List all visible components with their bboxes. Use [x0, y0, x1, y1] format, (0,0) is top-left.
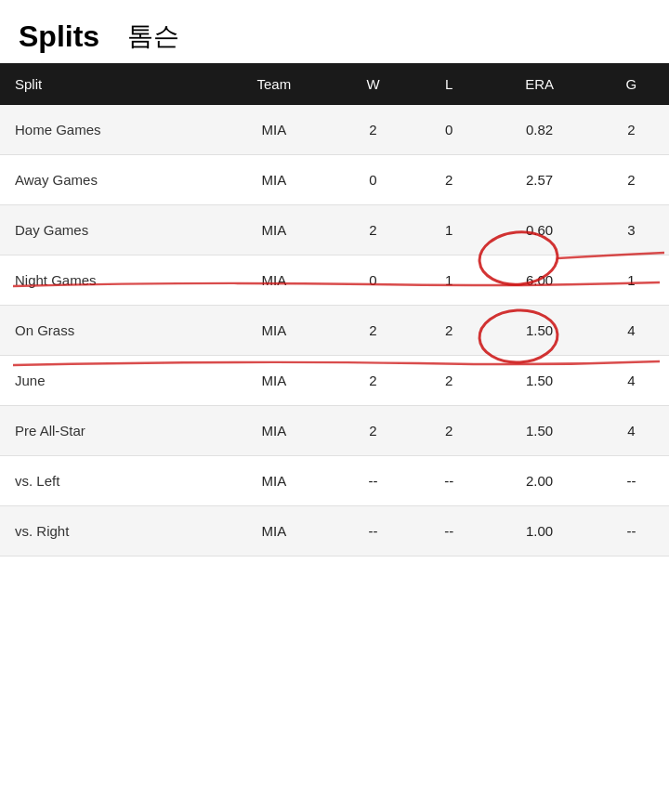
player-name: 톰슨	[127, 19, 179, 54]
cell-team: MIA	[215, 506, 333, 557]
col-g: G	[594, 63, 669, 105]
cell-g: --	[594, 456, 669, 506]
cell-w: 2	[334, 406, 413, 456]
cell-g: 3	[594, 205, 669, 255]
page-wrapper: Splits 톰슨 Split Team W L ERA G Home Game…	[0, 0, 669, 812]
col-l: L	[413, 63, 485, 105]
cell-l: --	[413, 506, 485, 557]
cell-w: 0	[334, 255, 413, 306]
cell-team: MIA	[215, 406, 333, 456]
header: Splits 톰슨	[0, 0, 669, 63]
cell-split: June	[0, 356, 215, 406]
cell-l: --	[413, 456, 485, 506]
cell-l: 1	[413, 255, 485, 306]
cell-era: 2.57	[485, 155, 594, 205]
splits-table-container: Split Team W L ERA G Home GamesMIA200.82…	[0, 63, 669, 557]
cell-split: Away Games	[0, 155, 215, 205]
table-row: Home GamesMIA200.822	[0, 105, 669, 155]
cell-w: --	[334, 456, 413, 506]
cell-team: MIA	[215, 456, 333, 506]
cell-l: 2	[413, 155, 485, 205]
cell-team: MIA	[215, 155, 333, 205]
cell-era: 0.82	[485, 105, 594, 155]
cell-g: --	[594, 506, 669, 557]
cell-split: vs. Left	[0, 456, 215, 506]
cell-l: 1	[413, 205, 485, 255]
splits-table: Split Team W L ERA G Home GamesMIA200.82…	[0, 63, 669, 557]
cell-l: 2	[413, 306, 485, 356]
table-row: JuneMIA221.504	[0, 356, 669, 406]
cell-g: 2	[594, 155, 669, 205]
col-team: Team	[215, 63, 333, 105]
cell-era: 2.00	[485, 456, 594, 506]
col-w: W	[334, 63, 413, 105]
cell-split: On Grass	[0, 306, 215, 356]
table-row: Away GamesMIA022.572	[0, 155, 669, 205]
cell-l: 2	[413, 406, 485, 456]
cell-era: 1.50	[485, 356, 594, 406]
cell-team: MIA	[215, 306, 333, 356]
cell-split: Pre All-Star	[0, 406, 215, 456]
cell-era: 6.00	[485, 255, 594, 306]
cell-split: Day Games	[0, 205, 215, 255]
table-header-row: Split Team W L ERA G	[0, 63, 669, 105]
cell-w: 2	[334, 356, 413, 406]
cell-split: vs. Right	[0, 506, 215, 557]
table-row: Pre All-StarMIA221.504	[0, 406, 669, 456]
page-title: Splits	[19, 20, 99, 54]
cell-team: MIA	[215, 356, 333, 406]
cell-l: 2	[413, 356, 485, 406]
cell-team: MIA	[215, 105, 333, 155]
cell-team: MIA	[215, 205, 333, 255]
cell-g: 1	[594, 255, 669, 306]
table-row: Day GamesMIA210.603	[0, 205, 669, 255]
col-split: Split	[0, 63, 215, 105]
cell-l: 0	[413, 105, 485, 155]
cell-w: 2	[334, 105, 413, 155]
table-row: On GrassMIA221.504	[0, 306, 669, 356]
cell-w: 2	[334, 306, 413, 356]
cell-g: 4	[594, 306, 669, 356]
col-era: ERA	[485, 63, 594, 105]
cell-g: 4	[594, 356, 669, 406]
cell-split: Home Games	[0, 105, 215, 155]
cell-team: MIA	[215, 255, 333, 306]
cell-split: Night Games	[0, 255, 215, 306]
cell-w: --	[334, 506, 413, 557]
table-row: Night GamesMIA016.001	[0, 255, 669, 306]
cell-era: 1.00	[485, 506, 594, 557]
cell-w: 2	[334, 205, 413, 255]
table-row: vs. RightMIA----1.00--	[0, 506, 669, 557]
cell-era: 1.50	[485, 306, 594, 356]
cell-g: 4	[594, 406, 669, 456]
table-row: vs. LeftMIA----2.00--	[0, 456, 669, 506]
cell-era: 0.60	[485, 205, 594, 255]
cell-w: 0	[334, 155, 413, 205]
cell-era: 1.50	[485, 406, 594, 456]
cell-g: 2	[594, 105, 669, 155]
